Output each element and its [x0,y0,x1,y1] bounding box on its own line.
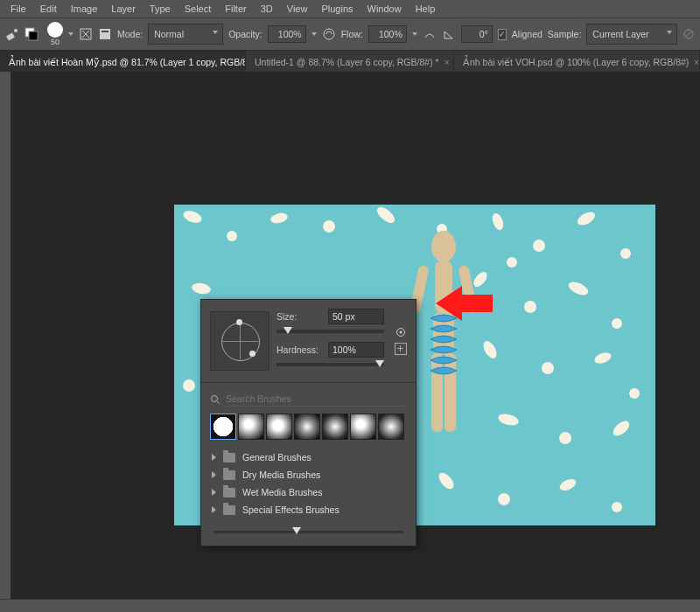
opacity-input[interactable]: 100% [268,25,306,43]
svg-point-22 [212,395,218,401]
workspace: Size: 50 px Hardness: 100% [0,72,700,600]
pressure-opacity-icon[interactable] [322,24,336,44]
brush-thumb[interactable] [350,414,376,440]
flow-label: Flow: [341,29,363,39]
tab-label: Ảnh bài viết VOH.psd @ 100% (Layer 6 cop… [463,57,689,67]
folder-icon [223,505,235,515]
brush-size-readout: 50 [51,38,60,46]
menu-window[interactable]: Window [360,2,409,16]
menu-type[interactable]: Type [143,2,178,16]
angle-input[interactable]: 0° [461,25,493,43]
brush-settings-icon[interactable] [79,24,93,44]
menu-3d[interactable]: 3D [254,2,280,16]
aligned-checkbox[interactable]: ✓ [498,29,507,40]
close-icon[interactable]: × [694,58,699,67]
flow-input[interactable]: 100% [368,25,407,43]
brush-folder[interactable]: General Brushes [210,449,407,466]
brush-thumb[interactable] [210,414,236,440]
folder-icon [223,453,235,462]
gear-icon[interactable] [396,327,406,337]
brush-thumb[interactable] [238,414,264,440]
menu-edit[interactable]: Edit [33,2,64,16]
folder-icon [223,470,235,480]
chevron-right-icon [212,489,216,496]
svg-rect-18 [444,353,456,432]
tab-label: Untitled-1 @ 88.7% (Layer 6 copy, RGB/8#… [255,57,439,67]
tab-label: Ảnh bài viết Hoàn Mỹ.psd @ 81.7% (Layer … [9,57,246,67]
svg-point-1 [14,29,18,32]
folder-label: Special Effects Brushes [242,504,340,515]
brush-tip-preview[interactable] [210,311,270,371]
svg-line-23 [217,401,220,404]
angle-icon[interactable] [442,24,456,44]
document-tab[interactable]: Untitled-1 @ 88.7% (Layer 6 copy, RGB/8#… [246,51,454,73]
tool-column[interactable] [0,72,11,600]
size-input[interactable]: 50 px [328,309,384,324]
svg-rect-13 [435,261,452,313]
close-icon[interactable]: × [444,58,450,67]
chevron-down-icon[interactable] [412,32,417,36]
thumbnail-size-slider[interactable] [214,531,403,533]
hardness-slider[interactable] [276,363,384,366]
svg-rect-5 [100,29,110,39]
svg-rect-3 [29,31,38,40]
folder-label: General Brushes [242,452,312,462]
mode-dropdown[interactable]: Normal [148,24,223,45]
chevron-down-icon[interactable] [68,32,74,36]
svg-line-9 [685,31,692,38]
brush-preset-picker[interactable]: 50 [47,22,63,46]
document-tab[interactable]: Ảnh bài viết VOH.psd @ 100% (Layer 6 cop… [454,51,700,73]
brush-thumb[interactable] [322,414,348,440]
brush-thumbnails [210,414,407,440]
brush-folder[interactable]: Special Effects Brushes [210,501,407,518]
svg-rect-17 [431,353,443,432]
menu-filter[interactable]: Filter [218,2,253,16]
tool-icon[interactable] [5,24,19,44]
svg-rect-6 [102,31,108,32]
brush-thumb[interactable] [266,414,292,440]
chevron-down-icon[interactable] [312,32,317,36]
brush-panel-icon[interactable] [98,24,112,44]
mannequin-figure [409,231,479,511]
size-label: Size: [276,311,297,322]
menu-plugins[interactable]: Plugins [314,2,360,16]
hardness-input[interactable]: 100% [328,342,384,358]
menu-layer[interactable]: Layer [104,2,143,16]
folder-label: Wet Media Brushes [242,487,322,497]
svg-point-7 [324,29,334,39]
size-slider[interactable] [276,330,384,333]
folder-label: Dry Media Brushes [242,469,320,480]
search-icon [210,394,220,405]
sample-label: Sample: [548,29,582,39]
document-tabs: Ảnh bài viết Hoàn Mỹ.psd @ 81.7% (Layer … [0,51,700,74]
menu-bar: File Edit Image Layer Type Select Filter… [0,0,700,18]
status-bar [0,599,700,612]
brush-preview-dot [47,22,63,38]
new-preset-icon[interactable] [395,343,407,355]
fg-bg-swatch[interactable] [24,24,38,44]
svg-rect-0 [6,32,15,40]
menu-select[interactable]: Select [178,2,219,16]
svg-rect-15 [458,265,478,314]
svg-point-12 [431,231,456,262]
opacity-label: Opacity: [228,29,262,39]
search-brushes-input[interactable] [226,392,407,407]
brush-folder[interactable]: Dry Media Brushes [210,466,407,483]
brush-thumb[interactable] [294,414,320,440]
brush-thumb[interactable] [378,414,404,440]
folder-icon [223,488,235,497]
chevron-right-icon [212,454,216,461]
menu-help[interactable]: Help [409,2,443,16]
document-tab[interactable]: Ảnh bài viết Hoàn Mỹ.psd @ 81.7% (Layer … [0,51,246,73]
menu-image[interactable]: Image [64,2,105,16]
sample-dropdown[interactable]: Current Layer [586,24,677,45]
svg-point-21 [400,331,402,334]
hardness-label: Hardness: [276,344,318,355]
canvas-area[interactable]: Size: 50 px Hardness: 100% [11,72,700,600]
ignore-adjustment-icon[interactable] [682,24,695,44]
airbrush-icon[interactable] [423,24,437,44]
chevron-right-icon [212,506,216,513]
brush-folder[interactable]: Wet Media Brushes [210,483,407,501]
menu-file[interactable]: File [4,2,33,16]
menu-view[interactable]: View [280,2,315,16]
